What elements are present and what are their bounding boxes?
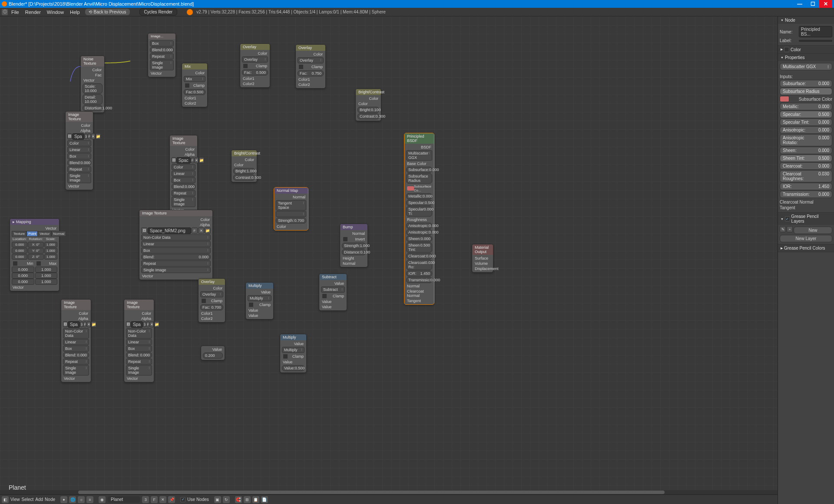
prop-transmission[interactable]: Transmission:0.000 (780, 191, 832, 198)
paste-nodes-icon[interactable]: 📄 (261, 496, 268, 503)
node-multiply-2[interactable]: Multiply Value Multiply Clamp Value Valu… (280, 334, 307, 373)
prop-subsurfaceradius[interactable]: Subsurface Radius (780, 88, 832, 95)
shader-type-world-icon[interactable]: 🌐 (69, 496, 76, 503)
prop-speculartint[interactable]: Specular Tint:0.000 (780, 119, 832, 126)
prop-subsurface[interactable]: Subsurface:0.000 (780, 80, 832, 87)
material-name-field[interactable]: Planet (107, 496, 140, 503)
mapping-type-tabs[interactable]: Texture Point Vector Normal (12, 231, 57, 237)
node-image-texture-2[interactable]: Image Texture Color Alpha 🖼SpacF✕📁 Color… (169, 135, 198, 214)
gp-new-button[interactable]: New (794, 227, 832, 234)
grid-background (0, 16, 778, 504)
panel-properties: Properties Multiscatter GGX⫶ Inputs: Sub… (778, 54, 834, 213)
prop-clearcoat[interactable]: Clearcoat:0.000 (780, 162, 832, 170)
noise-scale[interactable]: Scale: 10.000 (83, 83, 103, 94)
prop-sheen[interactable]: Sheen:0.000 (780, 147, 832, 154)
close-button[interactable]: ✕ (819, 0, 832, 8)
menu-window[interactable]: Window (44, 9, 66, 16)
fake-user-button[interactable]: F (151, 496, 158, 503)
gp-new-layer-button[interactable]: New Layer (780, 235, 832, 242)
node-editor[interactable]: ▸Mapping Vector Texture Point Vector Nor… (0, 16, 778, 504)
node-value[interactable]: Value 0.200 (201, 346, 225, 360)
menu-add[interactable]: Add (35, 497, 43, 502)
material-icon[interactable]: ◉ (99, 496, 106, 503)
panel-header-color[interactable]: Color (778, 46, 834, 53)
node-image-texture-3[interactable]: Image Texture Color Alpha 🖼Space_NRM2.pn… (139, 210, 213, 280)
use-nodes-label: Use Nodes (187, 497, 208, 502)
node-image-texture-1[interactable]: Image Texture Color Alpha 🖼Spa3F✕📁 Color… (65, 111, 93, 190)
shader-type-linestyle-icon[interactable]: ≡ (86, 496, 93, 503)
panel-header-properties[interactable]: Properties (778, 54, 834, 61)
prop-anisotropic[interactable]: Anisotropic:0.000 (780, 126, 832, 134)
prop-clearcoatroughnes[interactable]: Clearcoat Roughnes:0.030 (780, 170, 832, 182)
distribution-dropdown[interactable]: Multiscatter GGX⫶ (780, 63, 832, 70)
node-mapping[interactable]: ▸Mapping Vector Texture Point Vector Nor… (10, 218, 60, 291)
inputs-label: Inputs: (780, 74, 832, 79)
menu-node[interactable]: Node (45, 497, 55, 502)
menu-file[interactable]: File (9, 9, 22, 16)
node-noise-texture[interactable]: Noise Texture Color Fac Vector Scale: 10… (80, 56, 105, 113)
node-principled-bsdf[interactable]: Principled BSDF BSDF Multiscatter GGX Ba… (404, 133, 434, 305)
gp-pencil-icon[interactable]: ✎ (780, 226, 786, 232)
node-name-input[interactable]: Principled BS... (799, 26, 832, 37)
clearcoat-normal-label: Clearcoat Normal (780, 200, 832, 204)
open-file-icon[interactable]: 📁 (96, 133, 101, 139)
node-brightcontrast-1[interactable]: Bright/Contrast Color Color Bright:1.000… (231, 150, 257, 182)
uv-map-dropdown[interactable] (276, 211, 306, 217)
horizontal-scrollbar[interactable] (0, 490, 778, 494)
panel-header-node[interactable]: Node (778, 16, 834, 24)
snap-element-icon[interactable]: ⊞ (244, 496, 251, 503)
panel-color: Color (778, 46, 834, 54)
node-mix[interactable]: Mix Color Mix Clamp Fac:0.500 Color1 Col… (182, 63, 208, 107)
menu-help[interactable]: Help (67, 9, 83, 16)
back-to-previous-button[interactable]: ⟲ Back to Previous (85, 9, 130, 15)
snap-icon[interactable]: 🧲 (235, 496, 242, 503)
prop-anisotropicrotatio[interactable]: Anisotropic Rotatio:0.000 (780, 134, 832, 146)
panel-grease-pencil-colors: Grease Pencil Colors (778, 244, 834, 252)
minimize-button[interactable]: — (793, 0, 806, 8)
image-browse-icon[interactable]: 🖼 (67, 133, 72, 139)
panel-header-gp-colors[interactable]: Grease Pencil Colors (778, 244, 834, 252)
editor-type-icon[interactable]: ◧ (2, 496, 9, 503)
shader-type-lamp-icon[interactable]: ☼ (78, 496, 85, 503)
gp-add-icon[interactable]: + (787, 226, 793, 232)
menu-render[interactable]: Render (23, 9, 43, 16)
prop-ior[interactable]: IOR:1.450 (780, 183, 832, 190)
prop-sheentint[interactable]: Sheen Tint:0.500 (780, 155, 832, 162)
node-subtract[interactable]: Subtract Value Subtract Clamp Value Valu… (319, 273, 347, 311)
maximize-button[interactable]: ☐ (806, 0, 819, 8)
panel-header-gp-layers[interactable]: ✓Grease Pencil Layers (778, 213, 834, 225)
node-label-input[interactable] (799, 40, 832, 42)
render-engine-dropdown[interactable]: Cycles Render (139, 8, 178, 16)
node-bump[interactable]: Bump Normal Invert Strength:1.000 Distan… (340, 224, 368, 267)
copy-nodes-icon[interactable]: 📋 (252, 496, 259, 503)
menu-select[interactable]: Select (22, 497, 34, 502)
use-nodes-checkbox[interactable]: ✓ (180, 497, 185, 502)
panel-grease-pencil-layers: ✓Grease Pencil Layers ✎ + New New Layer (778, 213, 834, 244)
panel-node: Node Name:Principled BS... Label: (778, 16, 834, 46)
node-multiply-1[interactable]: Multiply Value Multiply Clamp Value Valu… (245, 282, 274, 320)
noise-detail[interactable]: Detail: 10.000 (83, 94, 103, 105)
node-brightcontrast-2[interactable]: Bright/Contrast Color Color Bright:0.100… (355, 89, 381, 121)
menu-view[interactable]: View (10, 497, 20, 502)
node-image-texture-top[interactable]: Image... Box Blend:0.000 Repeat Single I… (148, 33, 176, 77)
prop-specular[interactable]: Specular:0.500 (780, 111, 832, 118)
node-image-texture-5[interactable]: Image Texture Color Alpha 🖼Spa3F✕📁 Non-C… (124, 299, 154, 382)
node-material-output[interactable]: Material Output Surface Volume Displacem… (472, 244, 493, 273)
scene-stats: v2.79 | Verts:32,228 | Faces:32,256 | Tr… (196, 10, 386, 14)
subsurface-color-swatch[interactable] (780, 96, 789, 102)
prop-metallic[interactable]: Metallic:0.000 (780, 103, 832, 110)
node-overlay-3[interactable]: Overlay Color Overlay Clamp Fac:0.700 Co… (198, 278, 225, 323)
shader-type-object-icon[interactable]: ● (60, 496, 67, 503)
autorender-icon[interactable]: ↻ (223, 496, 230, 503)
scene-icon[interactable] (187, 9, 193, 15)
noise-distortion[interactable]: Distortion:1.000 (83, 105, 103, 111)
backdrop-toggle-icon[interactable]: ▣ (214, 496, 221, 503)
node-normal-map[interactable]: Normal Map Normal Tangent Space Strength… (274, 187, 308, 231)
material-users[interactable]: 3 (142, 496, 149, 503)
pin-icon[interactable]: 📌 (168, 496, 175, 503)
node-image-texture-4[interactable]: Image Texture Color Alpha 🖼Spa3F✕📁 Non-C… (61, 299, 91, 382)
unlink-button[interactable]: ✕ (159, 496, 166, 503)
node-overlay-1[interactable]: Overlay Color Overlay Clamp Fac:0.500 Co… (240, 43, 270, 88)
editor-type-icon[interactable]: ⓘ (2, 9, 8, 15)
node-overlay-2[interactable]: Overlay Color Overlay Clamp Fac:0.750 Co… (295, 44, 326, 89)
